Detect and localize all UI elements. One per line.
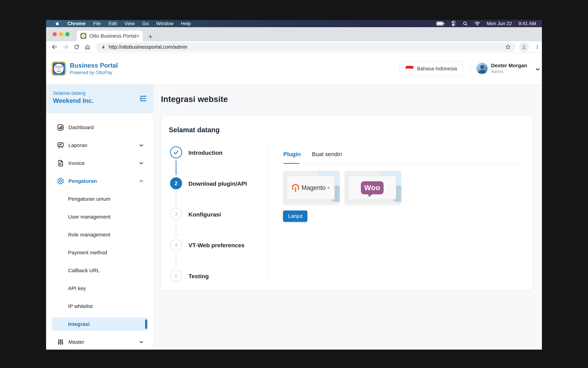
- browser-tab[interactable]: OTTO Otto Business Portal ×: [77, 31, 143, 41]
- step-connector: [176, 160, 176, 175]
- sidebar-subitem-label: Role management: [68, 232, 110, 238]
- sidebar-item-pengaturan[interactable]: Pengaturan: [46, 172, 153, 190]
- sidebar-subitem-label: IP whitelist: [68, 303, 93, 309]
- step-connector: [176, 222, 176, 237]
- sidebar-item-role-management[interactable]: Role management: [46, 226, 153, 244]
- user-menu[interactable]: Dexter Morgan Admin: [476, 63, 541, 74]
- step-number: 5: [174, 273, 178, 279]
- window-minimize-button[interactable]: [59, 32, 63, 36]
- tab-close-icon[interactable]: ×: [136, 33, 140, 39]
- menubar-item-go[interactable]: Go: [142, 21, 149, 26]
- reload-button[interactable]: [73, 43, 80, 51]
- sidebar: Selamat datang Weekend Inc.: [46, 85, 154, 350]
- registered-mark: ®: [328, 186, 330, 189]
- avatar: [476, 63, 488, 74]
- apple-icon[interactable]: [55, 21, 60, 26]
- menubar-item-view[interactable]: View: [124, 21, 135, 26]
- step-5-label[interactable]: Testing: [189, 273, 209, 280]
- sidebar-item-label: Dashboard: [68, 125, 94, 130]
- spotlight-search-icon[interactable]: [463, 21, 468, 26]
- chevron-down-icon: [138, 160, 144, 166]
- browser-profile-icon[interactable]: [519, 42, 529, 52]
- url-text: http://ottobusinessportal.com/admin: [109, 44, 505, 50]
- menubar-app-name[interactable]: Chrome: [67, 21, 86, 26]
- menubar-date[interactable]: Mon Jun 22: [487, 21, 512, 26]
- invoice-icon: [57, 159, 64, 167]
- wifi-icon[interactable]: [474, 21, 480, 26]
- collapse-sidebar-button[interactable]: [139, 94, 147, 103]
- step-2-label[interactable]: Download plugin/API: [189, 180, 247, 187]
- check-icon: [173, 149, 180, 156]
- language-selector-button[interactable]: Bahasa Indonesia: [399, 61, 463, 76]
- page-title: Integrasi website: [161, 94, 228, 104]
- browser-menu-icon[interactable]: [534, 43, 541, 51]
- sidebar-item-pengaturan-umum[interactable]: Pengaturan umum: [46, 190, 153, 208]
- plugin-option-woocommerce[interactable]: Woo: [344, 171, 401, 205]
- sidebar-subitem-label: Pengaturan umum: [68, 196, 110, 202]
- sidebar-item-integrasi[interactable]: Integrasi: [46, 315, 153, 333]
- new-tab-button[interactable]: +: [148, 32, 153, 41]
- sidebar-item-payment-method[interactable]: Payment method: [46, 244, 153, 262]
- sidebar-welcome-panel: Selamat datang Weekend Inc.: [46, 85, 153, 113]
- sidebar-subitem-label: Callback URL: [68, 267, 100, 273]
- chevron-down-icon: [138, 142, 144, 148]
- home-button[interactable]: [84, 43, 91, 51]
- sidebar-item-label: Laporan: [68, 142, 87, 148]
- menubar-item-window[interactable]: Window: [156, 21, 173, 26]
- language-label: Bahasa Indonesia: [417, 66, 457, 72]
- sidebar-item-master[interactable]: Master: [46, 333, 153, 350]
- sidebar-item-api-key[interactable]: API key: [46, 279, 153, 297]
- ottopay-favicon: OTTO: [80, 33, 87, 39]
- active-item-highlight: [52, 317, 148, 331]
- logo-text-top: OTTO: [55, 66, 63, 68]
- dashboard-icon: [57, 124, 64, 131]
- sidebar-item-label: Master: [68, 339, 84, 345]
- sidebar-item-invoice[interactable]: Invoice: [46, 154, 153, 172]
- step-1-label[interactable]: Introduction: [189, 149, 223, 156]
- sidebar-item-laporan[interactable]: Laporan: [46, 136, 153, 154]
- user-role: Admin: [491, 69, 527, 74]
- step-3-label[interactable]: Konfigurasi: [189, 211, 221, 218]
- window-close-button[interactable]: [53, 32, 57, 36]
- toggles-icon[interactable]: [451, 21, 456, 26]
- continue-button[interactable]: Lanjut: [283, 211, 308, 222]
- welcome-label: Selamat datang: [53, 91, 153, 96]
- brand-subtitle: Powered by OttoPay: [70, 70, 118, 75]
- woocommerce-logo-icon: Woo: [361, 181, 384, 194]
- brand-title: Business Portal: [70, 62, 118, 69]
- active-item-indicator: [145, 319, 147, 329]
- step-4-indicator: 4: [170, 239, 182, 251]
- step-connector: [176, 191, 176, 206]
- back-button[interactable]: [51, 43, 58, 51]
- forward-button[interactable]: [62, 43, 69, 51]
- sidebar-subitem-label: API key: [68, 285, 86, 291]
- sidebar-item-callback-url[interactable]: Callback URL: [46, 262, 153, 279]
- menubar-item-edit[interactable]: Edit: [109, 21, 117, 26]
- tab-buat-sendiri[interactable]: Buat sendiri: [312, 151, 342, 157]
- sliders-icon: [57, 338, 64, 346]
- step-connector: [176, 253, 176, 268]
- menubar-clock[interactable]: 9:41 AM: [518, 21, 536, 26]
- plugin-option-magento[interactable]: Magento®: [283, 171, 340, 205]
- window-zoom-button[interactable]: [65, 32, 70, 36]
- browser-addressbar: http://ottobusinessportal.com/admin: [46, 41, 542, 53]
- tab-plugin[interactable]: Plugin: [283, 151, 301, 157]
- card-title: Selamat datang: [169, 126, 220, 134]
- sidebar-item-dashboard[interactable]: Dashboard: [46, 119, 153, 136]
- sidebar-item-user-management[interactable]: User management: [46, 208, 153, 226]
- sidebar-item-label: Pengaturan: [68, 178, 97, 184]
- battery-icon[interactable]: [436, 21, 444, 26]
- stage: Chrome File Edit View Go Window Help: [0, 0, 588, 368]
- user-name: Dexter Morgan: [491, 63, 527, 68]
- url-omnibox[interactable]: http://ottobusinessportal.com/admin: [96, 43, 516, 51]
- bookmark-star-icon[interactable]: [505, 44, 511, 50]
- menubar-item-help[interactable]: Help: [181, 21, 191, 26]
- sidebar-item-ip-whitelist[interactable]: IP whitelist: [46, 297, 153, 315]
- settings-icon: [57, 177, 64, 185]
- woo-logo-tail: [368, 194, 373, 197]
- brand: OTTO PAY Business Portal Powered by Otto…: [52, 61, 118, 76]
- step-number: 3: [174, 211, 178, 217]
- chevron-down-icon: [535, 66, 541, 72]
- step-4-label[interactable]: VT-Web preferences: [189, 242, 244, 249]
- menubar-item-file[interactable]: File: [93, 21, 101, 26]
